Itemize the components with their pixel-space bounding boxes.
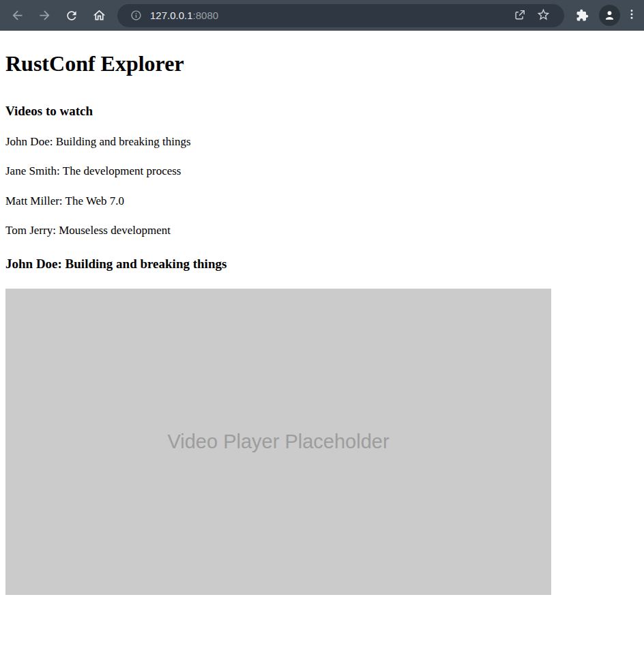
- url-host: 127.0.0.1: [150, 10, 193, 21]
- back-arrow-icon: [10, 8, 25, 23]
- video-list-item[interactable]: John Doe: Building and breaking things: [5, 135, 639, 149]
- home-button[interactable]: [85, 2, 113, 29]
- puzzle-icon: [576, 9, 589, 22]
- three-dots-icon: [626, 8, 638, 23]
- video-player-placeholder-text: Video Player Placeholder: [167, 431, 389, 453]
- browser-menu-button[interactable]: [623, 2, 641, 29]
- home-icon: [92, 8, 106, 23]
- video-list-item[interactable]: Matt Miller: The Web 7.0: [5, 194, 639, 208]
- bookmark-button[interactable]: [531, 4, 555, 27]
- share-button[interactable]: [508, 4, 531, 27]
- back-button[interactable]: [3, 2, 31, 29]
- site-info-icon[interactable]: [126, 6, 145, 25]
- video-list: John Doe: Building and breaking things J…: [5, 135, 639, 237]
- url-port: :8080: [193, 10, 219, 21]
- selected-video-heading: John Doe: Building and breaking things: [5, 257, 639, 272]
- profile-button[interactable]: [596, 2, 623, 29]
- video-list-item[interactable]: Tom Jerry: Mouseless development: [5, 224, 639, 237]
- share-icon: [513, 8, 527, 23]
- avatar: [599, 5, 620, 26]
- page-title: RustConf Explorer: [5, 51, 639, 76]
- video-list-item[interactable]: Jane Smith: The development process: [5, 164, 639, 178]
- page-content: RustConf Explorer Videos to watch John D…: [0, 31, 644, 600]
- address-text[interactable]: 127.0.0.1:8080: [150, 10, 508, 21]
- reload-icon: [65, 9, 78, 23]
- star-icon: [536, 8, 551, 24]
- forward-arrow-icon: [38, 8, 52, 23]
- url-bar[interactable]: 127.0.0.1:8080: [117, 4, 564, 27]
- videos-section-heading: Videos to watch: [5, 104, 639, 119]
- forward-button[interactable]: [31, 2, 58, 29]
- browser-toolbar: 127.0.0.1:8080: [0, 0, 644, 31]
- video-player-placeholder: Video Player Placeholder: [5, 289, 551, 595]
- reload-button[interactable]: [58, 2, 85, 29]
- extensions-button[interactable]: [568, 2, 596, 29]
